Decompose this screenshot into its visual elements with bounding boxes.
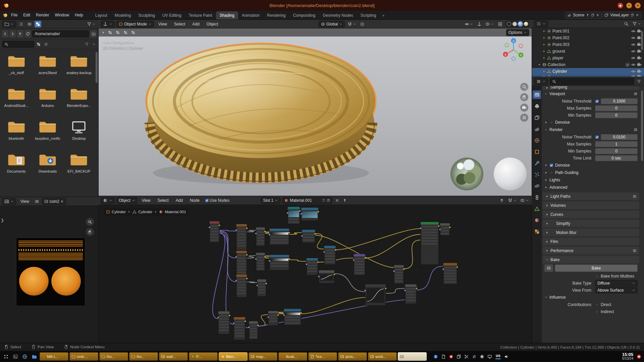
panel-curves[interactable]: Curves [543, 210, 639, 218]
transform-orientation-select[interactable]: Global [319, 21, 345, 27]
panel-bake[interactable]: Bake [543, 256, 639, 263]
file-item-arduino[interactable]: Arduino [33, 86, 63, 119]
taskbar-window-wall[interactable]: wall... [159, 352, 188, 361]
image-editor-menu-icon[interactable] [34, 198, 40, 205]
workspace-tab-texture-paint[interactable]: Texture Paint [185, 11, 216, 20]
viewport-menu-select[interactable]: Select [171, 21, 188, 27]
notification-icon[interactable] [636, 353, 642, 360]
coin-object[interactable] [142, 39, 380, 193]
visibility-eye-icon[interactable] [631, 42, 636, 47]
visibility-eye-icon[interactable] [631, 69, 636, 74]
mode-transfer-toggle-3[interactable] [122, 29, 128, 36]
visibility-eye-icon[interactable] [631, 49, 636, 54]
tool-icon[interactable] [101, 31, 105, 35]
render-visibility-camera-icon[interactable] [637, 56, 642, 60]
panel-advanced[interactable]: Advanced [542, 184, 640, 191]
taskbar-window-work[interactable]: work... [368, 352, 397, 361]
editor-type-button[interactable] [2, 21, 16, 27]
mode-transfer-toggle-4[interactable] [130, 29, 136, 36]
file-item-busybox-rootfs[interactable]: busybox_rootfs [33, 119, 63, 152]
new-folder-button[interactable] [90, 30, 97, 38]
prop-value-field[interactable]: 0 [595, 105, 638, 111]
collection-checkbox[interactable] [626, 63, 630, 67]
tray-red-dot-icon[interactable] [448, 353, 454, 360]
properties-tab-object[interactable] [533, 147, 541, 156]
new-material-icon[interactable] [327, 199, 330, 202]
taskbar-window-mb-l[interactable]: MB-L... [40, 352, 68, 361]
keyboard-layout-indicator[interactable]: us [495, 354, 501, 359]
shader-node-graph[interactable] [99, 205, 532, 343]
workspace-tab-modeling[interactable]: Modeling [111, 11, 135, 20]
outliner-item-player[interactable]: player [532, 55, 644, 61]
outliner-search-button[interactable] [623, 20, 630, 27]
menu-window[interactable]: Window [52, 12, 72, 18]
app-menu-blender-icon[interactable] [3, 12, 8, 18]
panel-viewport[interactable]: Viewport [542, 90, 640, 98]
file-item-blenderexpo[interactable]: BlenderExpo... [64, 86, 94, 119]
outliner-item-cylinder[interactable]: Cylinder [532, 68, 644, 75]
panel-denoise[interactable]: Denoise [542, 119, 640, 126]
taskbar-window-item[interactable] [398, 352, 427, 361]
prop-checkbox[interactable] [595, 303, 599, 307]
overlays-toggle[interactable] [484, 21, 495, 27]
panel-performance[interactable]: Performance [543, 247, 639, 254]
sort-button[interactable] [43, 41, 49, 48]
taskbar-window-map[interactable]: map... [249, 352, 277, 361]
properties-tab-data[interactable] [533, 204, 541, 213]
panel-sampling[interactable]: Sampling [543, 86, 639, 90]
image-canvas[interactable] [16, 238, 85, 306]
workspace-tab-sculpting[interactable]: Sculpting [135, 11, 159, 20]
file-path-input[interactable] [32, 31, 89, 37]
workspace-tab-rendering[interactable]: Rendering [263, 11, 289, 20]
launcher-terminal-icon[interactable] [11, 352, 20, 361]
panel-light-paths[interactable]: Light Paths [543, 192, 639, 200]
navigation-gizmo[interactable]: Z X Y [501, 37, 526, 62]
visibility-eye-icon[interactable] [631, 75, 636, 77]
file-item-androidstudi[interactable]: AndroidStudi... [1, 86, 32, 119]
breadcrumb-mesh[interactable]: Cylinder [138, 210, 152, 214]
panel-menu-icon[interactable] [633, 194, 637, 198]
properties-scrollbar[interactable] [641, 90, 643, 161]
bake-icon-button[interactable] [544, 264, 553, 272]
node-overlays-toggle[interactable] [519, 197, 530, 204]
unlink-icon[interactable] [636, 13, 639, 17]
file-item-cb-stuff[interactable]: _cb_stuff [1, 53, 32, 86]
panel-checkbox[interactable] [549, 163, 553, 167]
outliner-item-collection[interactable]: Collection [532, 61, 644, 68]
outliner-scrollbar[interactable] [641, 31, 643, 50]
render-visibility-camera-icon[interactable] [637, 75, 642, 77]
duplicate-icon[interactable] [591, 13, 594, 17]
workspace-tab-geometry-nodes[interactable]: Geometry Nodes [319, 11, 357, 20]
xray-toggle[interactable] [497, 21, 503, 27]
disclosure-icon[interactable] [542, 75, 546, 77]
properties-tab-particles[interactable] [533, 170, 541, 179]
zoom-view-button[interactable] [520, 83, 528, 91]
pan-tool-button[interactable] [86, 228, 94, 236]
tray-clipboard-icon[interactable] [455, 353, 462, 360]
prop-value-field[interactable]: 1 [595, 141, 638, 147]
file-item-desktop[interactable]: Desktop [64, 119, 94, 152]
mode-transfer-toggle-1[interactable] [107, 29, 113, 36]
disclosure-icon[interactable] [542, 36, 546, 40]
taskbar-window-ho[interactable]: /ho... [129, 352, 158, 361]
options-chevron[interactable] [91, 41, 97, 48]
unlink-icon[interactable] [60, 200, 64, 203]
properties-tab-modifiers[interactable] [533, 159, 541, 167]
viewlayer-selector[interactable]: ViewLayer [602, 12, 641, 19]
display-thumbnails-button[interactable] [35, 21, 41, 27]
properties-tab-viewlayer[interactable] [533, 113, 541, 122]
outliner-item-item[interactable] [532, 75, 644, 77]
tool-options-dropdown[interactable]: Options [506, 29, 529, 36]
taskbar-window-blen[interactable]: Blen... [219, 352, 248, 361]
properties-tab-output[interactable] [533, 102, 541, 110]
parent-dir-button[interactable] [17, 30, 23, 38]
disclosure-icon[interactable] [542, 29, 546, 33]
panel-checkbox[interactable] [550, 231, 554, 235]
filter-toggle[interactable] [86, 21, 97, 27]
prop-value-field[interactable]: 0.0100 [601, 134, 638, 140]
file-item-anakey-backup[interactable]: anakey-backup [64, 53, 94, 86]
prop-checkbox[interactable] [595, 310, 599, 314]
display-horizontal-list-button[interactable] [26, 21, 33, 27]
object-visibility-dropdown[interactable] [464, 21, 474, 27]
panel-motion-blur[interactable]: Motion Blur [543, 229, 639, 236]
